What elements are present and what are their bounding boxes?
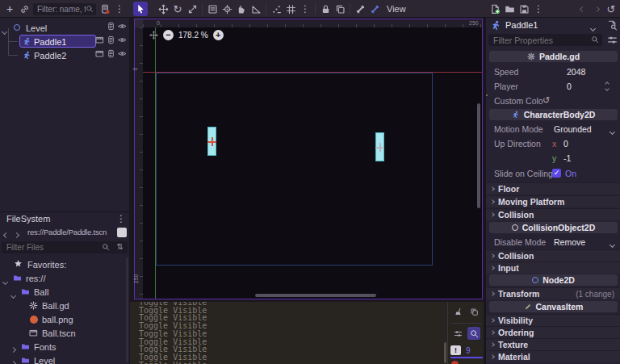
script-icon[interactable] xyxy=(107,36,115,44)
property-value[interactable]: Grounded xyxy=(554,124,592,134)
log-search-icon[interactable] xyxy=(467,327,480,340)
paddle1-origin-gizmo[interactable] xyxy=(207,137,216,146)
viewport-vscrollbar[interactable] xyxy=(477,103,480,208)
paddle2-origin-gizmo[interactable] xyxy=(375,143,384,152)
group-collision-a[interactable]: Collision xyxy=(486,208,620,220)
zoom-out-button[interactable]: − xyxy=(163,30,174,40)
copy-log-icon[interactable] xyxy=(467,305,480,318)
section-node2d[interactable]: Node2D xyxy=(489,274,618,286)
add-node-button[interactable]: + xyxy=(2,2,17,16)
selectable-list-button[interactable] xyxy=(205,2,220,16)
nav-back-icon[interactable] xyxy=(4,229,8,239)
zoom-in-button[interactable]: + xyxy=(213,30,224,40)
smart-snap-button[interactable] xyxy=(269,2,283,16)
view-menu[interactable]: View xyxy=(382,4,411,14)
group-floor[interactable]: Floor xyxy=(486,182,620,195)
script-icon[interactable] xyxy=(107,22,115,31)
filesystem-menu-button[interactable]: ⋮ xyxy=(116,213,126,224)
scene-node-paddle2[interactable]: Paddle2 xyxy=(0,48,129,62)
pan-tool-button[interactable] xyxy=(234,2,249,16)
scale-tool-button[interactable] xyxy=(185,2,199,16)
scene-instance-icon[interactable] xyxy=(95,49,104,58)
viewport-hscrollbar[interactable] xyxy=(255,294,376,297)
chevron-down-icon[interactable] xyxy=(610,126,614,136)
property-value[interactable]: 2048 xyxy=(567,67,585,77)
skeleton-options-icon[interactable] xyxy=(367,2,382,16)
snap-options-button[interactable]: ⋮ xyxy=(298,2,312,16)
expander-icon[interactable] xyxy=(11,344,15,354)
fs-item-level[interactable]: Level xyxy=(0,354,129,364)
lock-button[interactable] xyxy=(318,2,333,16)
history-back-button[interactable] xyxy=(575,2,589,16)
log-filter-icon[interactable] xyxy=(451,327,464,340)
split-mode-button[interactable] xyxy=(117,228,127,237)
rotate-tool-button[interactable]: ↻ xyxy=(170,2,185,16)
resource-menu-button[interactable]: ⋮ xyxy=(531,2,546,16)
clear-log-icon[interactable] xyxy=(451,305,464,318)
scene-node-level[interactable]: Level xyxy=(0,21,129,35)
fs-item-res[interactable]: res:// xyxy=(0,271,129,285)
revert-icon[interactable]: ↺ xyxy=(542,95,550,106)
group-collision-b[interactable]: Collision xyxy=(486,249,620,261)
section-collision-object[interactable]: CollisionObject2D xyxy=(489,222,618,233)
visibility-icon[interactable] xyxy=(118,36,127,44)
scene-instance-icon[interactable] xyxy=(95,36,104,44)
select-tool-button[interactable] xyxy=(133,2,148,16)
grid-snap-button[interactable] xyxy=(283,2,298,16)
property-value[interactable]: Remove xyxy=(554,237,585,247)
group-input[interactable]: Input xyxy=(486,261,620,274)
group-ordering[interactable]: Ordering xyxy=(486,326,620,338)
history-forward-button[interactable] xyxy=(589,2,604,16)
section-character-body[interactable]: CharacterBody2D xyxy=(489,109,618,120)
fs-item-ball-png[interactable]: ball.png xyxy=(0,312,129,326)
skeleton-icon[interactable] xyxy=(353,2,367,16)
fs-item-ball-tscn[interactable]: Ball.tscn xyxy=(0,326,129,340)
x-component-value[interactable]: 0 xyxy=(563,139,568,149)
visibility-icon[interactable] xyxy=(118,49,127,58)
new-resource-button[interactable] xyxy=(488,2,502,16)
scene-node-paddle1[interactable]: Paddle1 xyxy=(0,35,129,48)
fs-item-fonts[interactable]: Fonts xyxy=(0,340,129,354)
checkbox-checked[interactable]: ✓ xyxy=(552,169,561,178)
errors-tab[interactable]: ! 9 xyxy=(450,344,483,358)
script-icon[interactable] xyxy=(107,49,115,58)
section-canvas-item[interactable]: CanvasItem xyxy=(489,301,618,312)
debugger-tab-icon[interactable] xyxy=(451,361,459,364)
attach-script-button[interactable] xyxy=(98,2,112,16)
section-script[interactable]: Paddle.gd xyxy=(489,51,618,62)
load-resource-button[interactable] xyxy=(502,2,517,16)
instance-scene-button[interactable] xyxy=(17,2,31,16)
save-resource-button[interactable] xyxy=(517,2,531,16)
property-tools-icon[interactable] xyxy=(607,35,618,45)
y-component-value[interactable]: -1 xyxy=(563,153,571,163)
property-value[interactable]: 0 xyxy=(567,82,572,91)
chevron-down-icon[interactable] xyxy=(591,23,595,32)
spinner-control[interactable] xyxy=(605,82,609,90)
expander-icon[interactable] xyxy=(11,358,15,364)
zoom-level[interactable]: 178.2 % xyxy=(178,31,208,40)
pivot-tool-button[interactable] xyxy=(220,2,234,16)
history-button[interactable]: ↺ xyxy=(604,2,618,16)
group-transform[interactable]: Transform (1 change) xyxy=(486,287,620,299)
fs-item-favorites[interactable]: Favorites: xyxy=(0,257,129,271)
scene-filter-input[interactable] xyxy=(37,5,86,14)
fs-item-ball-gd[interactable]: Ball.gd xyxy=(0,299,129,312)
group-texture[interactable]: Texture xyxy=(486,338,620,350)
center-view-icon[interactable] xyxy=(149,31,158,40)
canvas-viewport[interactable]: 0 250 0 250 − 178.2 % + xyxy=(134,19,483,299)
property-filter-input[interactable] xyxy=(488,36,581,45)
group-material[interactable]: Material xyxy=(486,350,620,362)
nav-forward-icon[interactable] xyxy=(15,229,19,239)
move-tool-button[interactable] xyxy=(156,2,170,16)
log-scrollbar[interactable] xyxy=(444,342,446,363)
filesystem-scrollbar[interactable] xyxy=(126,257,128,362)
ruler-tool-button[interactable] xyxy=(249,2,263,16)
sort-icon[interactable]: ⇅ xyxy=(117,242,124,251)
files-filter-input[interactable] xyxy=(2,243,90,252)
visibility-icon[interactable] xyxy=(118,22,127,31)
chevron-down-icon[interactable] xyxy=(610,239,614,249)
group-moving-platform[interactable]: Moving Platform xyxy=(486,195,620,207)
color-swatch[interactable] xyxy=(486,94,488,96)
group-button[interactable] xyxy=(333,2,347,16)
scene-dock-menu-button[interactable]: ⋮ xyxy=(112,2,127,16)
